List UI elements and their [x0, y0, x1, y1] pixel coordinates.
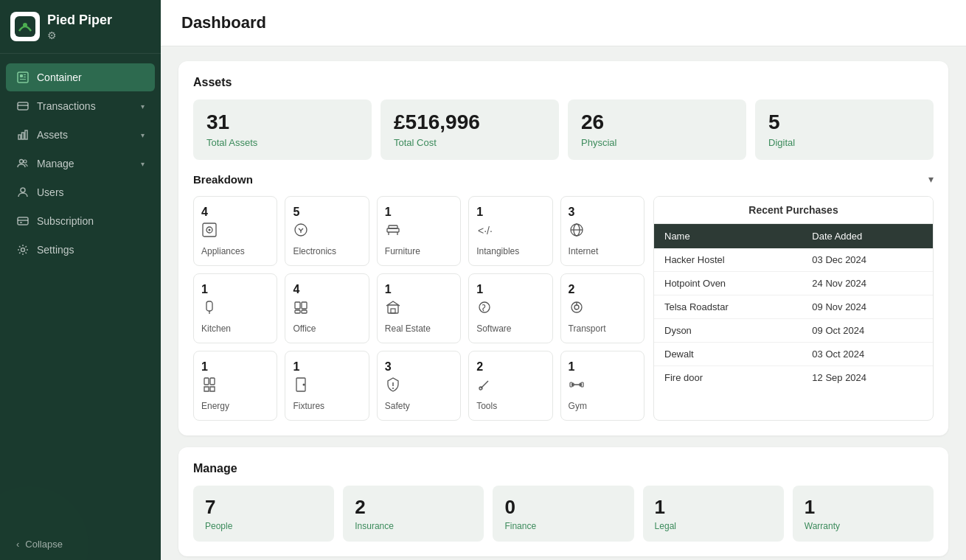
sidebar-item-users[interactable]: Users: [6, 178, 155, 206]
stat-label-total-assets: Total Assets: [206, 137, 358, 148]
col-date-header: Date Added: [802, 224, 933, 248]
sidebar-item-settings[interactable]: Settings: [6, 236, 155, 264]
sidebar: Pied Piper ⚙ Container Transactions ▾ As…: [0, 0, 161, 560]
table-row[interactable]: Dyson09 Oct 2024: [654, 318, 933, 342]
manage-lbl-finance: Finance: [504, 521, 622, 531]
tools-icon: [476, 377, 493, 396]
manage-lbl-warranty: Warranty: [805, 521, 922, 531]
svg-rect-38: [295, 310, 300, 313]
transactions-icon: [16, 99, 29, 113]
assets-title: Assets: [193, 76, 934, 89]
breakdown-tools[interactable]: 2 Tools: [468, 351, 552, 421]
breakdown-energy[interactable]: 1 Energy: [193, 351, 277, 421]
manage-lbl-insurance: Insurance: [355, 521, 472, 531]
table-row[interactable]: Fire door12 Sep 2024: [654, 365, 933, 389]
breakdown-label-kitchen: Kitchen: [201, 323, 231, 334]
breakdown-gym[interactable]: 1 Gym: [560, 351, 644, 421]
recent-purchases-table: Name Date Added Hacker Hostel03 Dec 2024…: [654, 224, 933, 389]
manage-stats-row: 7 People 2 Insurance 0 Finance 1 Legal 1: [193, 486, 934, 542]
breakdown-count-fixtures: 1: [293, 360, 299, 374]
manage-lbl-people: People: [205, 521, 322, 531]
breakdown-label-tools: Tools: [476, 401, 497, 411]
subscription-icon: [16, 214, 29, 228]
breakdown-label-electronics: Electronics: [293, 246, 336, 256]
kitchen-icon: [201, 299, 218, 319]
svg-rect-10: [22, 133, 24, 139]
breakdown-transport[interactable]: 2 Transport: [560, 273, 644, 343]
breakdown-intangibles[interactable]: 1 <·/·> Intangibles: [468, 196, 552, 266]
breakdown-safety[interactable]: 3 Safety: [377, 351, 461, 421]
svg-rect-3: [20, 74, 23, 77]
stat-label-digital: Digital: [768, 137, 920, 148]
transport-icon: [569, 299, 585, 319]
svg-rect-4: [24, 74, 26, 75]
real-estate-icon: [385, 299, 401, 319]
svg-rect-39: [302, 310, 307, 313]
stat-number-digital: 5: [768, 111, 920, 134]
svg-point-13: [24, 160, 27, 163]
main-header: Dashboard: [161, 0, 966, 46]
breakdown-count-safety: 3: [385, 360, 392, 374]
gear-icon[interactable]: ⚙: [47, 29, 112, 41]
assets-section: Assets 31 Total Assets £516,996 Total Co…: [178, 61, 948, 435]
table-row[interactable]: Hotpoint Oven24 Nov 2024: [654, 271, 933, 295]
manage-stat-warranty: 1 Warranty: [793, 486, 934, 542]
breakdown-label-office: Office: [293, 323, 316, 334]
sidebar-item-manage[interactable]: Manage ▾: [6, 150, 155, 178]
breakdown-kitchen[interactable]: 1 Kitchen: [193, 273, 277, 343]
app-logo: [10, 12, 40, 41]
breakdown-label-safety: Safety: [385, 401, 410, 411]
table-row[interactable]: Dewalt03 Oct 2024: [654, 342, 933, 365]
table-row[interactable]: Hacker Hostel03 Dec 2024: [654, 248, 933, 272]
breakdown-internet[interactable]: 3 Internet: [560, 196, 644, 266]
sidebar-item-container[interactable]: Container: [6, 63, 155, 91]
svg-point-20: [88, 486, 161, 560]
sidebar-item-transactions[interactable]: Transactions ▾: [6, 92, 155, 120]
settings-icon: [16, 243, 29, 256]
dashboard-content: Assets 31 Total Assets £516,996 Total Co…: [161, 46, 966, 560]
manage-stat-insurance: 2 Insurance: [343, 486, 484, 542]
breakdown-software[interactable]: 1 Software: [468, 273, 552, 343]
stat-label-total-cost: Total Cost: [394, 137, 546, 148]
breakdown-real-estate[interactable]: 1 Real Estate: [377, 273, 461, 343]
software-icon: [476, 299, 493, 319]
svg-rect-41: [391, 309, 395, 313]
svg-point-48: [303, 383, 305, 385]
table-row[interactable]: Telsa Roadstar09 Nov 2024: [654, 295, 933, 318]
manage-num-warranty: 1: [805, 496, 922, 519]
sidebar-label-container: Container: [37, 71, 145, 83]
breakdown-electronics[interactable]: 5 Electronics: [285, 196, 369, 266]
breakdown-label-furniture: Furniture: [385, 246, 420, 256]
stat-number-physical: 26: [581, 111, 733, 134]
breakdown-count-furniture: 1: [385, 206, 392, 219]
sidebar-item-assets[interactable]: Assets ▾: [6, 121, 155, 149]
breakdown-office[interactable]: 4 Office: [285, 273, 369, 343]
stat-total-cost: £516,996 Total Cost: [381, 99, 559, 160]
breakdown-count-tools: 2: [476, 360, 483, 374]
svg-point-12: [20, 160, 24, 164]
breakdown-appliances[interactable]: 4 Appliances: [193, 196, 277, 266]
breakdown-label-gym: Gym: [569, 401, 587, 411]
svg-point-24: [295, 224, 307, 236]
manage-num-people: 7: [205, 496, 322, 519]
sidebar-label-assets: Assets: [37, 129, 133, 141]
breakdown-count-transport: 2: [569, 283, 575, 296]
breakdown-label-internet: Internet: [569, 246, 599, 256]
breakdown-title: Breakdown: [193, 173, 253, 186]
sidebar-item-subscription[interactable]: Subscription: [6, 207, 155, 235]
breakdown-toggle-icon[interactable]: ▾: [928, 173, 934, 185]
breakdown-label-real-estate: Real Estate: [385, 323, 431, 334]
manage-stat-legal: 1 Legal: [643, 486, 784, 542]
stat-physical: 26 Physcial: [568, 99, 746, 160]
container-icon: [16, 71, 29, 84]
breakdown-fixtures[interactable]: 1 Fixtures: [285, 351, 369, 421]
purchase-date: 12 Sep 2024: [802, 365, 933, 389]
gym-icon: [569, 377, 585, 396]
breakdown-label-energy: Energy: [201, 401, 229, 411]
breakdown-count-appliances: 4: [201, 206, 208, 219]
furniture-icon: [385, 222, 401, 242]
breakdown-furniture[interactable]: 1 Furniture: [377, 196, 461, 266]
purchase-date: 03 Dec 2024: [802, 248, 933, 272]
svg-rect-5: [24, 77, 26, 77]
sidebar-label-manage: Manage: [37, 158, 133, 169]
